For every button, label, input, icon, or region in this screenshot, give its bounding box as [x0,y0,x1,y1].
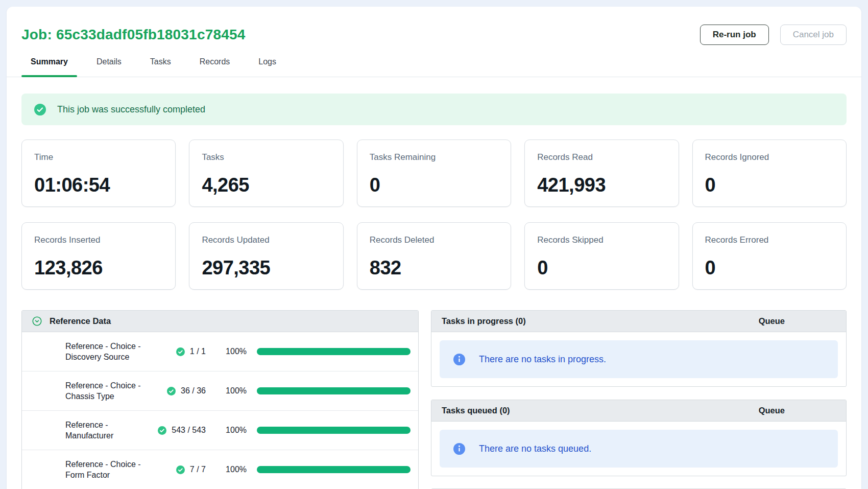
info-box: There are no tasks in progress. [440,340,838,378]
tab-tasks[interactable]: Tasks [141,49,180,77]
stat-label: Records Deleted [370,235,498,245]
stats-row-1: Time 01:06:54 Tasks 4,265 Tasks Remainin… [21,139,847,207]
tasks-queued-body: There are no tasks queued. [431,422,846,476]
stat-card-records-updated: Records Updated 297,335 [189,222,343,290]
stats-row-2: Records Inserted 123,826 Records Updated… [21,222,847,290]
section-chevron-icon [32,316,42,326]
stat-card-tasks: Tasks 4,265 [189,139,343,207]
tab-summary[interactable]: Summary [21,49,77,77]
stat-card-records-inserted: Records Inserted 123,826 [21,222,176,290]
stat-card-tasks-remaining: Tasks Remaining 0 [357,139,511,207]
stat-card-records-read: Records Read 421,993 [524,139,679,207]
progress-bar [257,466,411,473]
stat-card-records-skipped: Records Skipped 0 [524,222,679,290]
reference-data-header[interactable]: Reference Data [22,311,418,332]
reference-data-panel: Reference Data Reference - Choice - Disc… [21,310,419,489]
stat-card-records-deleted: Records Deleted 832 [357,222,511,290]
reference-row-count: 7 / 7 [190,465,206,474]
reference-row-name: Reference - Choice - Discovery Source [65,341,150,362]
reference-row-discovery-source: Reference - Choice - Discovery Source 1 … [22,332,418,371]
cancel-job-button[interactable]: Cancel job [780,25,847,45]
tasks-in-progress-header: Tasks in progress (0) Queue [431,311,846,332]
reference-row-count: 1 / 1 [190,347,206,356]
stat-value: 01:06:54 [34,174,163,196]
tasks-queued-header: Tasks queued (0) Queue [431,400,846,422]
stat-value: 0 [705,174,834,196]
bottom-panels: Reference Data Reference - Choice - Disc… [21,310,847,489]
reference-row-count: 543 / 543 [172,426,206,435]
reference-row-name: Reference - Choice - Form Factor [65,459,150,480]
reference-row-manufacturer: Reference - Manufacturer 543 / 543 100% [22,411,418,450]
stat-value: 0 [705,257,834,279]
info-box: There are no tasks queued. [440,430,838,468]
tasks-in-progress-panel: Tasks in progress (0) Queue There are no… [431,310,847,387]
stat-value: 421,993 [537,174,666,196]
stat-label: Records Errored [705,235,834,245]
reference-row-status: 36 / 36 [150,386,206,395]
reference-row-percent: 100% [215,465,247,474]
stat-label: Records Ignored [705,152,834,162]
tasks-in-progress-body: There are no tasks in progress. [431,332,846,386]
info-icon [453,443,465,455]
stat-card-records-errored: Records Errored 0 [692,222,847,290]
action-buttons: Re-run job Cancel job [700,25,847,45]
reference-row-name: Reference - Choice - Chassis Type [65,380,150,402]
queue-column-header: Queue [759,316,836,326]
tab-bar: Summary Details Tasks Records Logs [7,49,861,77]
stat-value: 123,826 [34,257,163,279]
tasks-queued-title: Tasks queued (0) [442,406,510,415]
banner-message: This job was successfully completed [57,104,205,115]
progress-bar-fill [257,387,411,394]
stat-value: 4,265 [202,174,330,196]
stat-label: Time [34,152,163,162]
content-area: Job: 65c33dadf05fb18031c78454 Re-run job… [7,7,861,489]
success-check-icon [34,104,46,115]
check-badge-icon [167,387,176,395]
reference-row-percent: 100% [215,386,247,395]
tasks-in-progress-title: Tasks in progress (0) [442,316,526,326]
check-badge-icon [158,426,166,435]
stat-value: 0 [537,257,666,279]
stat-label: Tasks Remaining [370,152,498,162]
reference-row-name: Reference - Manufacturer [65,420,150,441]
reference-data-title: Reference Data [50,316,111,326]
tab-details[interactable]: Details [87,49,131,77]
success-banner: This job was successfully completed [21,94,847,125]
progress-bar-fill [257,466,411,473]
progress-bar [257,387,411,394]
info-icon [453,354,465,365]
reference-row-percent: 100% [215,347,247,356]
stat-value: 0 [370,174,498,196]
stat-label: Records Updated [202,235,330,245]
reference-row-percent: 100% [215,426,247,435]
progress-bar [257,427,411,434]
queue-column-header: Queue [759,406,836,415]
tasks-queued-panel: Tasks queued (0) Queue There are no task… [431,400,847,476]
topbar: Job: 65c33dadf05fb18031c78454 Re-run job… [21,25,847,45]
stat-label: Tasks [202,152,330,162]
stat-card-records-ignored: Records Ignored 0 [692,139,847,207]
progress-bar [257,348,411,355]
reference-row-status: 543 / 543 [150,426,206,435]
stat-label: Records Skipped [537,235,666,245]
check-badge-icon [176,465,185,474]
empty-message: There are no tasks in progress. [479,354,606,365]
check-badge-icon [176,347,185,356]
stat-label: Records Inserted [34,235,163,245]
main-card: Job: 65c33dadf05fb18031c78454 Re-run job… [7,7,861,489]
stat-card-time: Time 01:06:54 [21,139,176,207]
progress-bar-fill [257,348,411,355]
empty-message: There are no tasks queued. [479,444,591,454]
tab-records[interactable]: Records [190,49,239,77]
stat-value: 297,335 [202,257,330,279]
stat-label: Records Read [537,152,666,162]
reference-row-count: 36 / 36 [181,386,206,395]
tab-logs[interactable]: Logs [249,49,285,77]
stat-value: 832 [370,257,498,279]
progress-bar-fill [257,427,411,434]
reference-row-status: 7 / 7 [150,465,206,474]
reference-row-form-factor: Reference - Choice - Form Factor 7 / 7 1… [22,450,418,489]
page-title: Job: 65c33dadf05fb18031c78454 [21,27,246,43]
reference-row-chassis-type: Reference - Choice - Chassis Type 36 / 3… [22,371,418,411]
rerun-job-button[interactable]: Re-run job [700,25,769,45]
